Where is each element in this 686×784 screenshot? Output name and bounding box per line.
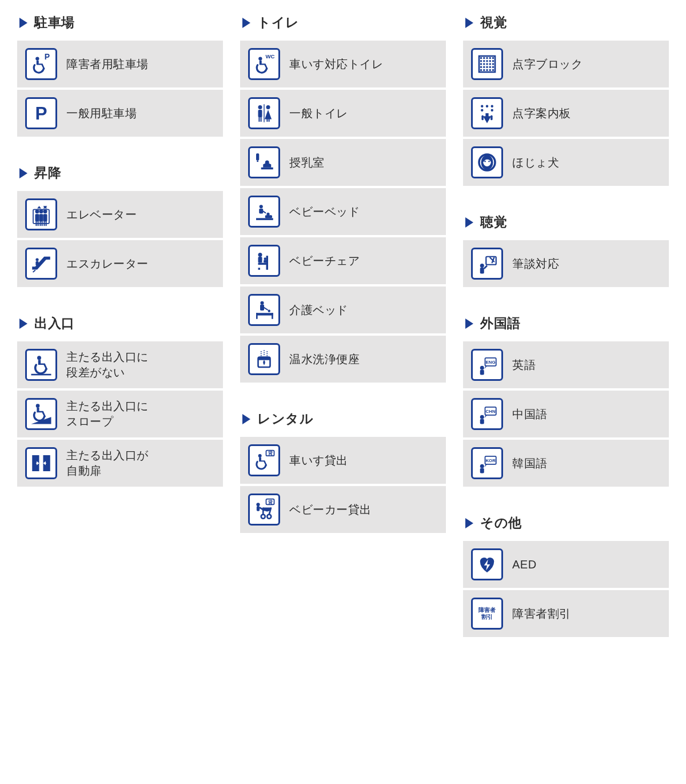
list-item: 授乳室	[240, 139, 446, 186]
svg-point-77	[480, 60, 482, 62]
chinese-icon: CHN	[471, 398, 503, 430]
svg-point-104	[484, 161, 485, 162]
items-list: 主たる出入口に段差がない 主たる出入口にスロープ 主たる出入口が自動扉	[17, 341, 223, 487]
elevator-icon	[25, 198, 57, 230]
item-label: ベビーベッド	[289, 204, 360, 220]
section-toilet: トイレ WC車いす対応トイレ 一般トイレ 授乳室 ベビーベッド	[240, 14, 446, 383]
section-title-hearing: 聴覚	[465, 213, 669, 231]
svg-rect-54	[272, 313, 273, 319]
items-list: 筆談対応	[463, 240, 669, 287]
wheelchair-parking-icon: P	[25, 48, 57, 80]
svg-point-101	[491, 109, 493, 112]
parking-icon: P	[25, 97, 57, 129]
svg-point-94	[486, 69, 488, 71]
svg-rect-64	[257, 506, 260, 511]
items-list: P障害者用駐車場P一般用駐車場	[17, 41, 223, 137]
section-visual: 視覚 点字ブロック 点字案内板 ほじょ犬	[463, 14, 669, 186]
triangle-icon	[19, 168, 27, 178]
svg-point-95	[489, 69, 492, 71]
svg-rect-6	[35, 221, 37, 226]
svg-rect-103	[490, 116, 493, 121]
triangle-icon	[19, 18, 27, 28]
svg-point-82	[480, 63, 482, 65]
svg-point-90	[489, 66, 492, 69]
list-item: P障害者用駐車場	[17, 41, 223, 87]
svg-rect-14	[43, 221, 45, 226]
list-item: ENG 英語	[463, 341, 669, 388]
section-title-label: レンタル	[257, 410, 313, 428]
svg-point-49	[260, 301, 264, 305]
svg-rect-43	[258, 257, 262, 263]
svg-point-25	[258, 105, 262, 109]
svg-point-99	[491, 105, 493, 108]
section-title-label: 外国語	[480, 315, 521, 332]
washlet-icon	[248, 343, 280, 375]
entrance-slope-icon	[25, 398, 57, 430]
svg-rect-31	[269, 118, 270, 122]
svg-point-12	[43, 209, 47, 213]
list-item: 主たる出入口が自動扉	[17, 440, 223, 487]
item-label: 点字案内板	[512, 106, 571, 121]
items-list: ENG 英語 CHN 中国語 KOR 韓国語	[463, 341, 669, 487]
escalator-icon	[25, 248, 57, 280]
svg-point-113	[480, 415, 484, 419]
svg-rect-53	[256, 313, 258, 319]
svg-point-23	[258, 57, 262, 60]
item-label: 点字ブロック	[512, 57, 583, 72]
svg-rect-10	[39, 221, 41, 226]
svg-rect-118	[480, 468, 484, 473]
item-label: ベビーチェア	[289, 253, 360, 269]
svg-point-96	[492, 69, 494, 71]
stroller-rental-icon: 貸	[248, 494, 280, 526]
svg-point-89	[486, 66, 488, 69]
svg-point-86	[492, 63, 494, 65]
svg-point-88	[483, 66, 485, 69]
svg-rect-41	[256, 218, 273, 220]
service-dog-icon	[471, 146, 503, 178]
item-label: ほじょ犬	[512, 155, 559, 170]
svg-rect-56	[258, 357, 270, 360]
svg-rect-32	[264, 104, 264, 122]
section-title-other: その他	[465, 514, 669, 532]
svg-rect-110	[480, 370, 484, 375]
section-title-visual: 視覚	[465, 14, 669, 31]
svg-rect-50	[260, 304, 264, 311]
svg-text:貸: 貸	[268, 451, 273, 456]
svg-point-76	[492, 57, 494, 59]
svg-text:CHN: CHN	[486, 409, 496, 414]
svg-point-0	[35, 57, 39, 60]
svg-point-83	[483, 63, 485, 65]
svg-point-100	[481, 109, 483, 112]
triangle-icon	[465, 217, 473, 228]
svg-rect-38	[259, 209, 263, 214]
svg-point-42	[258, 253, 262, 257]
svg-point-91	[492, 66, 494, 69]
item-label: 授乳室	[289, 155, 325, 170]
svg-point-67	[261, 515, 265, 519]
section-title-label: 昇降	[34, 164, 61, 182]
svg-point-93	[483, 69, 485, 71]
svg-point-18	[37, 356, 41, 360]
nursing-room-icon	[248, 146, 280, 178]
disabled-discount-icon: 障害者割引	[471, 598, 503, 630]
svg-point-84	[486, 63, 488, 65]
list-item: エスカレーター	[17, 240, 223, 287]
triangle-icon	[465, 319, 473, 329]
svg-text:P: P	[35, 103, 47, 124]
aed-icon	[471, 548, 503, 580]
section-title-toilet: トイレ	[242, 14, 446, 31]
list-item: 一般トイレ	[240, 90, 446, 137]
section-title-parking: 駐車場	[19, 14, 223, 31]
item-label: 一般用駐車場	[66, 106, 137, 121]
items-list: AED障害者割引障害者割引	[463, 541, 669, 637]
svg-point-47	[264, 257, 266, 260]
svg-rect-46	[258, 268, 261, 270]
svg-point-80	[489, 60, 492, 62]
item-label: 筆談対応	[512, 256, 559, 272]
item-label: 温水洗浄便座	[289, 352, 360, 367]
section-entrance: 出入口 主たる出入口に段差がない 主たる出入口にスロープ 主たる出入口が自動扉	[17, 315, 223, 487]
svg-point-106	[480, 264, 484, 268]
item-label: 中国語	[512, 407, 548, 422]
svg-rect-44	[258, 263, 268, 265]
item-label: 一般トイレ	[289, 106, 348, 121]
